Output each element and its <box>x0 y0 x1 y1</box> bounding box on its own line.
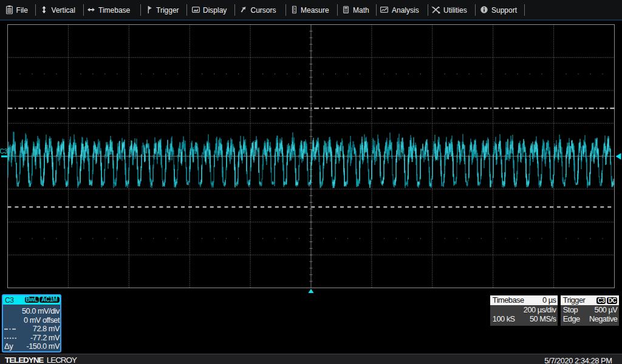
svg-text:C3: C3 <box>0 147 8 155</box>
